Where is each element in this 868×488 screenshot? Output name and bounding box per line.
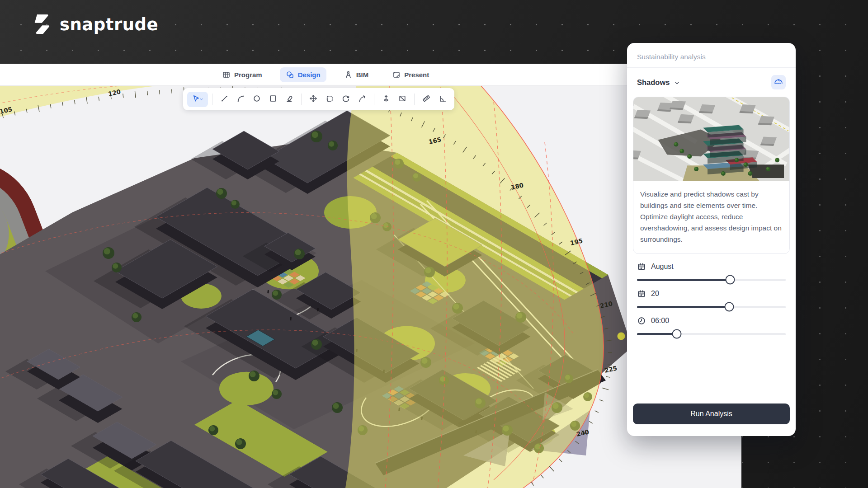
rectangle-tool[interactable] <box>265 92 281 107</box>
slider-track-0[interactable] <box>637 279 786 281</box>
protractor-tool[interactable] <box>435 92 450 107</box>
tree <box>272 389 282 399</box>
tree <box>311 131 322 142</box>
line-tool[interactable] <box>217 92 232 107</box>
pushpull-icon <box>382 94 391 105</box>
sun-position-dot <box>618 333 625 340</box>
panel-title: Sustainability analysis <box>627 43 796 67</box>
analysis-type-label: Shadows <box>637 78 670 87</box>
toolbar-divider <box>212 94 212 105</box>
ruler-icon <box>422 94 431 105</box>
arc-tool[interactable] <box>233 92 248 107</box>
slider-track-1[interactable] <box>637 306 786 308</box>
shadow-analysis-preview <box>633 97 789 181</box>
sun-dome-icon-button[interactable] <box>771 75 786 89</box>
tab-label: Design <box>298 71 321 79</box>
slider-value-label: August <box>651 263 674 271</box>
toolbar-divider <box>414 94 415 105</box>
tree <box>208 425 218 435</box>
eraser-tool[interactable] <box>282 92 297 107</box>
select-tool[interactable] <box>187 92 208 107</box>
protractor-icon <box>438 94 447 105</box>
clock-icon <box>637 316 646 325</box>
calendar-icon <box>637 289 646 298</box>
slider-thumb[interactable] <box>672 329 681 339</box>
chevron-down-icon <box>674 80 680 86</box>
toolbar-divider <box>374 94 374 105</box>
tab-label: Present <box>404 71 429 79</box>
shapes-icon <box>286 70 294 79</box>
run-analysis-button[interactable]: Run Analysis <box>633 404 790 424</box>
tree <box>311 339 322 350</box>
slider-value-label: 06:00 <box>651 317 669 325</box>
tab-bim[interactable]: BIM <box>338 67 375 82</box>
tree <box>294 249 305 259</box>
tree <box>249 371 259 381</box>
move-icon <box>309 94 318 105</box>
tree <box>132 312 142 322</box>
circle-icon <box>252 94 261 105</box>
circle-tool[interactable] <box>249 92 264 107</box>
slider-fill <box>637 333 677 335</box>
slider-thumb[interactable] <box>725 302 734 312</box>
slider-row-1: 20 <box>627 281 796 308</box>
rotate-icon <box>341 94 350 105</box>
slider-fill <box>637 279 730 281</box>
sustainability-panel: Sustainability analysis Shadows Visualiz… <box>627 43 796 436</box>
slider-track-2[interactable] <box>637 333 786 335</box>
tab-present[interactable]: Present <box>386 67 435 82</box>
tree <box>272 290 282 300</box>
analysis-type-dropdown[interactable]: Shadows <box>637 78 680 87</box>
section-tool[interactable] <box>395 92 410 107</box>
present-icon <box>392 70 401 79</box>
copy-tool[interactable] <box>322 92 337 107</box>
tree <box>112 263 122 272</box>
rectangle-icon <box>269 94 278 105</box>
eraser-icon <box>285 94 294 105</box>
tree <box>103 247 114 259</box>
tab-design[interactable]: Design <box>280 67 326 82</box>
flip-arrow-icon <box>358 94 367 105</box>
slider-row-0: August <box>627 254 796 281</box>
slider-row-2: 06:00 <box>627 308 796 335</box>
chevron-down-icon <box>199 95 204 103</box>
snaptrude-logo-icon <box>32 14 52 35</box>
arc-icon <box>236 94 245 105</box>
measure-tool[interactable] <box>419 92 434 107</box>
analysis-info-card: Visualize and predict shadows cast by bu… <box>633 97 790 254</box>
tree <box>235 438 246 449</box>
slider-thumb[interactable] <box>726 275 735 285</box>
slider-fill <box>637 306 729 308</box>
snaptrude-logo[interactable]: snaptrude <box>32 14 158 35</box>
analysis-description: Visualize and predict shadows cast by bu… <box>633 181 789 253</box>
toolbar-divider <box>301 94 302 105</box>
table-icon <box>222 70 231 79</box>
compass-icon <box>344 70 353 79</box>
flip-tool[interactable] <box>354 92 370 107</box>
copy-icon <box>325 94 334 105</box>
slider-value-label: 20 <box>651 290 659 298</box>
pushpull-tool[interactable] <box>378 92 394 107</box>
tree <box>332 402 343 413</box>
tab-program[interactable]: Program <box>216 67 268 82</box>
drawing-toolbar <box>183 88 454 110</box>
tab-label: Program <box>234 71 262 79</box>
tree <box>328 141 338 150</box>
move-tool[interactable] <box>306 92 321 107</box>
line-icon <box>220 94 229 105</box>
calendar-icon <box>637 262 646 271</box>
rotate-tool[interactable] <box>338 92 354 107</box>
section-icon <box>398 94 407 105</box>
tree <box>216 188 227 199</box>
logo-text: snaptrude <box>60 15 158 34</box>
tree <box>231 200 240 209</box>
tab-label: BIM <box>356 71 369 79</box>
sun-dome-icon <box>774 77 783 88</box>
